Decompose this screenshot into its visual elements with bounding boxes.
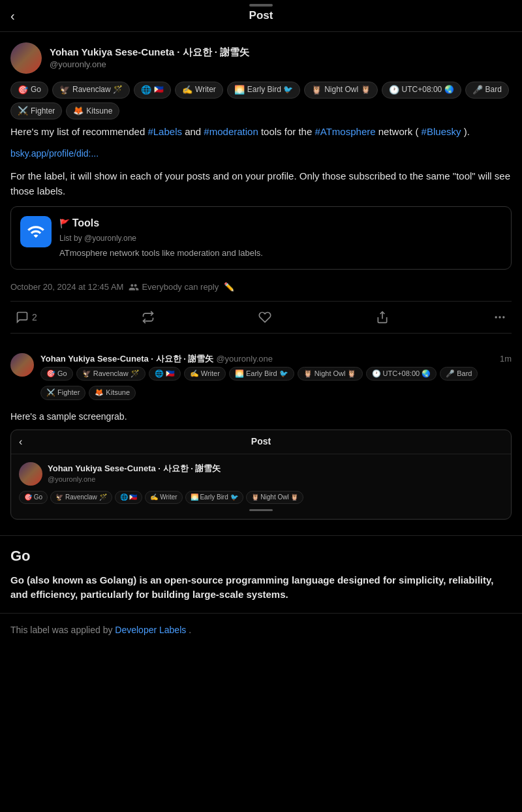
card-flag: 🚩 Tools bbox=[59, 216, 502, 230]
applied-by-text-after: . bbox=[186, 625, 191, 635]
avatar-image bbox=[10, 42, 42, 74]
tag-nightowl[interactable]: 🦉Night Owl 🦉 bbox=[304, 82, 377, 99]
tag-writer-label: Writer bbox=[195, 84, 216, 95]
tags-row: 🎯Go 🦅Ravenclaw 🪄 🌐🇵🇭 ✍️Writer 🌅Early Bir… bbox=[10, 82, 512, 119]
like-icon bbox=[258, 311, 271, 324]
go-title: Go bbox=[10, 546, 512, 567]
reply-avatar[interactable] bbox=[10, 353, 34, 377]
reply-user-row: Yohan Yukiya Sese-Cuneta · 사요한 · 謝雪矢 @yo… bbox=[10, 353, 512, 405]
timestamp: October 20, 2024 at 12:45 AM bbox=[10, 281, 123, 293]
reply-tag-go[interactable]: 🎯 Go bbox=[40, 367, 73, 381]
tag-fighter[interactable]: ⚔️Fighter bbox=[10, 102, 62, 119]
timestamp-row: October 20, 2024 at 12:45 AM Everybody c… bbox=[10, 279, 512, 293]
screenshot-tags: 🎯 Go 🦅 Ravenclaw 🪄 🌐 🇵🇭 ✍️ Writer 🌅 Earl… bbox=[19, 491, 503, 504]
reply-tags-row: 🎯 Go 🦅 Ravenclaw 🪄 🌐 🇵🇭 ✍️ Writer 🌅 Earl… bbox=[40, 367, 512, 381]
more-icon bbox=[493, 311, 506, 324]
tag-go[interactable]: 🎯Go bbox=[10, 82, 48, 99]
developer-labels-link[interactable]: Developer Labels bbox=[115, 625, 186, 635]
reply-tags-row2: ⚔️ Fighter 🦊 Kitsune bbox=[40, 386, 512, 399]
profile-url[interactable]: bsky.app/profile/did:... bbox=[10, 148, 512, 161]
reply-user-handle[interactable]: @youronly.one bbox=[216, 353, 273, 365]
tag-go-label: Go bbox=[31, 84, 41, 95]
screenshot-user-info: Yohan Yukiya Sese-Cuneta · 사요한 · 謝雪矢 @yo… bbox=[48, 463, 503, 485]
comment-count: 2 bbox=[32, 312, 37, 322]
more-button[interactable] bbox=[488, 308, 512, 326]
reply-user-name[interactable]: Yohan Yukiya Sese-Cuneta · 사요한 · 謝雪矢 bbox=[40, 353, 213, 365]
tag-bard-label: Bard bbox=[485, 84, 502, 95]
tag-kitsune[interactable]: 🦊Kitsune bbox=[66, 102, 119, 119]
link-bluesky[interactable]: #Bluesky bbox=[422, 126, 461, 137]
reply-tag-nightowl[interactable]: 🦉 Night Owl 🦉 bbox=[298, 367, 363, 381]
card-icon bbox=[20, 216, 52, 247]
go-section: Go Go (also known as Golang) is an open-… bbox=[0, 536, 522, 614]
screenshot-body: Yohan Yukiya Sese-Cuneta · 사요한 · 謝雪矢 @yo… bbox=[11, 454, 511, 519]
reply-tag-fighter[interactable]: ⚔️ Fighter bbox=[40, 386, 85, 399]
drag-indicator bbox=[249, 4, 273, 7]
like-button[interactable] bbox=[253, 308, 277, 326]
applied-by: This label was applied by Developer Labe… bbox=[0, 614, 522, 648]
ss-tag-ravenclaw: 🦅 Ravenclaw 🪄 bbox=[50, 491, 112, 504]
screenshot-embed: ‹ Post Yohan Yukiya Sese-Cuneta · 사요한 · … bbox=[10, 429, 512, 520]
tag-utc-label: UTC+08:00 🌏 bbox=[402, 84, 454, 95]
share-button[interactable] bbox=[371, 308, 394, 326]
screenshot-user-handle: @youronly.one bbox=[48, 475, 503, 484]
reply-tag-kitsune[interactable]: 🦊 Kitsune bbox=[89, 386, 136, 399]
reply-tag-flag[interactable]: 🌐 🇵🇭 bbox=[149, 367, 181, 381]
applied-by-text-before: This label was applied by bbox=[10, 625, 115, 635]
reply-tag-bard[interactable]: 🎤 Bard bbox=[440, 367, 478, 381]
main-post-area: Yohan Yukiya Sese-Cuneta · 사요한 · 謝雪矢 @yo… bbox=[0, 32, 522, 344]
screenshot-header: ‹ Post bbox=[11, 430, 511, 454]
card-by: List by @youronly.one bbox=[59, 233, 502, 244]
tag-earlybird[interactable]: 🌅Early Bird 🐦 bbox=[227, 82, 300, 99]
user-row: Yohan Yukiya Sese-Cuneta · 사요한 · 謝雪矢 @yo… bbox=[10, 42, 512, 74]
avatar[interactable] bbox=[10, 42, 42, 74]
ss-tag-go: 🎯 Go bbox=[19, 491, 48, 504]
reply-tag-writer[interactable]: ✍️ Writer bbox=[184, 367, 226, 381]
repost-button[interactable] bbox=[136, 308, 160, 326]
back-button[interactable]: ‹ bbox=[10, 7, 15, 25]
reply-user-info: Yohan Yukiya Sese-Cuneta · 사요한 · 謝雪矢 @yo… bbox=[40, 353, 512, 405]
screenshot-user-name: Yohan Yukiya Sese-Cuneta · 사요한 · 謝雪矢 bbox=[48, 463, 503, 475]
link-atmosphere[interactable]: #ATmosphere bbox=[315, 126, 375, 137]
audience-icon bbox=[129, 282, 139, 292]
user-handle[interactable]: @youronly.one bbox=[50, 59, 512, 70]
audience-text: Everybody can reply bbox=[142, 281, 219, 293]
svg-point-1 bbox=[495, 316, 497, 318]
reply-tag-utc[interactable]: 🕐 UTC+08:00 🌏 bbox=[366, 367, 437, 381]
repost-icon bbox=[142, 311, 155, 324]
ss-tag-nightowl: 🦉 Night Owl 🦉 bbox=[246, 491, 304, 504]
svg-point-2 bbox=[499, 316, 500, 318]
wifi-icon bbox=[27, 223, 45, 241]
post-text: Here's my list of recommended #Labels an… bbox=[10, 125, 512, 140]
tag-writer[interactable]: ✍️Writer bbox=[175, 82, 223, 99]
comment-icon bbox=[16, 311, 29, 324]
tools-card[interactable]: 🚩 Tools List by @youronly.one ATmosphere… bbox=[10, 206, 512, 269]
screenshot-avatar bbox=[19, 462, 42, 486]
tag-flag-label: 🇵🇭 bbox=[154, 84, 164, 95]
reply-tag-ravenclaw[interactable]: 🦅 Ravenclaw 🪄 bbox=[76, 367, 146, 381]
tag-utc[interactable]: 🕐UTC+08:00 🌏 bbox=[382, 82, 461, 99]
tag-bard[interactable]: 🎤Bard bbox=[465, 82, 509, 99]
reply-post: Yohan Yukiya Sese-Cuneta · 사요한 · 謝雪矢 @yo… bbox=[0, 344, 522, 536]
card-content: 🚩 Tools List by @youronly.one ATmosphere… bbox=[59, 216, 502, 259]
ss-tag-earlybird: 🌅 Early Bird 🐦 bbox=[185, 491, 243, 504]
tag-kitsune-label: Kitsune bbox=[86, 106, 112, 117]
tag-flag[interactable]: 🌐🇵🇭 bbox=[134, 82, 171, 99]
card-title: Tools bbox=[72, 217, 99, 228]
link-moderation[interactable]: #moderation bbox=[204, 126, 258, 137]
ss-tag-writer: ✍️ Writer bbox=[145, 491, 182, 504]
reply-text: Here's a sample screengrab. bbox=[10, 411, 512, 424]
reply-tag-earlybird[interactable]: 🌅 Early Bird 🐦 bbox=[229, 367, 294, 381]
tag-ravenclaw[interactable]: 🦅Ravenclaw 🪄 bbox=[52, 82, 130, 99]
comment-button[interactable]: 2 bbox=[10, 308, 42, 326]
tag-nightowl-label: Night Owl 🦉 bbox=[324, 84, 370, 95]
reply-name-row: Yohan Yukiya Sese-Cuneta · 사요한 · 謝雪矢 @yo… bbox=[40, 353, 512, 365]
go-description: Go (also known as Golang) is an open-sou… bbox=[10, 573, 512, 602]
user-name[interactable]: Yohan Yukiya Sese-Cuneta · 사요한 · 謝雪矢 bbox=[50, 45, 512, 59]
edit-icon[interactable]: ✏️ bbox=[224, 281, 234, 293]
action-bar: 2 bbox=[10, 301, 512, 334]
link-labels[interactable]: #Labels bbox=[147, 126, 182, 137]
audience-indicator: Everybody can reply bbox=[129, 281, 219, 293]
tag-fighter-label: Fighter bbox=[31, 106, 55, 117]
reply-time: 1m bbox=[500, 353, 512, 365]
